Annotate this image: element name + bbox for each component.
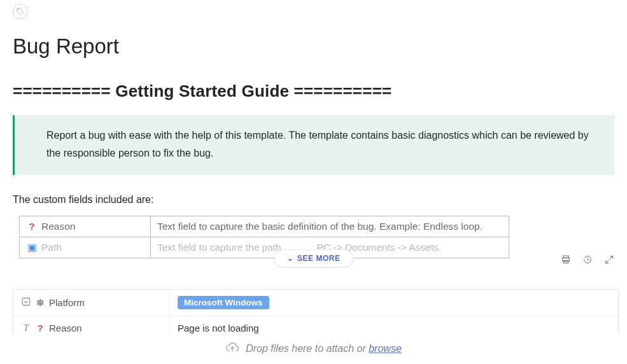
fields-table: ?Reason Text field to capture the basic …: [19, 216, 509, 258]
detail-field-label: Platform: [49, 297, 85, 308]
svg-point-0: [18, 10, 19, 10]
history-icon[interactable]: [582, 255, 593, 265]
see-more-button[interactable]: ⌄ SEE MORE: [274, 249, 354, 267]
cloud-upload-icon: [225, 340, 239, 357]
svg-rect-4: [22, 298, 29, 305]
intro-callout: Report a bug with ease with the help of …: [13, 115, 614, 175]
toolbar-right: [561, 255, 614, 265]
field-desc: Text field to capture the basic definiti…: [151, 216, 509, 237]
field-name: Reason: [41, 221, 75, 232]
chevron-down-icon: ⌄: [287, 254, 294, 263]
platform-tag[interactable]: Microsoft Windows: [178, 296, 269, 309]
dropzone-text: Drop files here to attach or browse: [246, 343, 402, 354]
field-name: Path: [41, 242, 62, 253]
tag-icon[interactable]: [13, 4, 28, 19]
fields-intro: The custom fields included are:: [13, 194, 614, 206]
print-icon[interactable]: [561, 255, 571, 265]
table-row: ▣Path Text field to capture the path . .…: [20, 237, 509, 258]
page-title: Bug Report: [13, 34, 614, 59]
expand-icon[interactable]: [604, 255, 614, 265]
table-row: ?Reason Text field to capture the basic …: [20, 216, 509, 237]
detail-table: ✽ Platform Microsoft Windows T ? Reason …: [13, 289, 619, 340]
text-type-icon: T: [21, 323, 31, 333]
question-icon: ?: [26, 221, 38, 232]
detail-row-platform[interactable]: ✽ Platform Microsoft Windows: [13, 290, 618, 316]
svg-rect-3: [564, 260, 568, 263]
dropdown-type-icon: [21, 297, 31, 308]
question-icon: ?: [35, 323, 45, 333]
path-icon: ▣: [26, 242, 38, 253]
browse-link[interactable]: browse: [369, 343, 402, 354]
gear-icon: ✽: [35, 297, 45, 309]
guide-heading: ========== Getting Started Guide =======…: [13, 81, 614, 101]
detail-field-label: Reason: [49, 323, 82, 333]
see-more-label: SEE MORE: [297, 254, 340, 263]
attachment-dropzone[interactable]: Drop files here to attach or browse: [0, 333, 627, 364]
